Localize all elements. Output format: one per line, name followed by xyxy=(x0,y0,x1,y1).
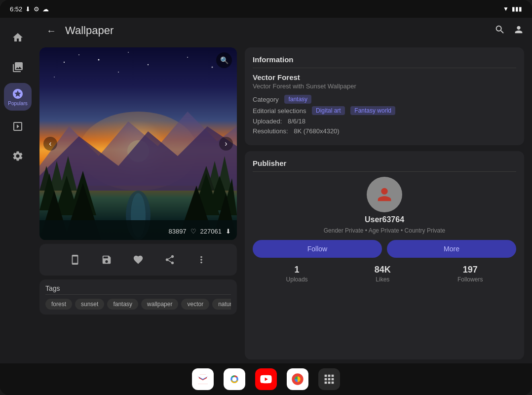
wallpaper-desc: Vector Forest with Sunset Wallpaper xyxy=(253,82,516,90)
top-bar: ← Wallpaper xyxy=(36,18,532,43)
uploads-label: Uploads xyxy=(286,276,308,283)
more-options-button[interactable] xyxy=(191,250,211,270)
prev-button[interactable]: ‹ xyxy=(43,137,57,151)
stat-likes: 84K Likes xyxy=(375,265,391,283)
sidebar-item-settings[interactable] xyxy=(4,142,32,170)
download-icon: ⬇ xyxy=(226,228,231,235)
page-title: Wallpaper xyxy=(65,24,489,37)
uploaded-value: 8/6/18 xyxy=(288,118,305,125)
tag-chip[interactable]: fantasy xyxy=(107,299,138,310)
like-button[interactable] xyxy=(128,250,148,270)
tag-chip[interactable]: vector xyxy=(181,299,209,310)
search-button[interactable] xyxy=(494,24,505,38)
resolution-row: Resolutions: 8K (7680x4320) xyxy=(253,127,516,135)
wallpaper-container: 🔍 ‹ › 83897 ♡ 227061 ⬇ xyxy=(39,47,237,240)
uploads-count: 1 xyxy=(295,265,300,275)
tag-chip[interactable]: wallpaper xyxy=(141,299,178,310)
sidebar-item-populars[interactable]: Populars xyxy=(4,83,32,111)
likes-total: 84K xyxy=(375,265,391,275)
avatar-icon xyxy=(375,185,394,204)
svg-point-8 xyxy=(54,77,55,78)
stars-icon xyxy=(12,88,24,100)
main-area: Populars ← Wallpaper xyxy=(0,18,532,363)
svg-point-6 xyxy=(187,57,188,58)
home-icon xyxy=(12,32,24,43)
wallpaper-name: Vector Forest xyxy=(253,73,516,81)
right-panel: Information Vector Forest Vector Forest … xyxy=(245,47,524,359)
publisher-title: Publisher xyxy=(253,159,516,172)
publisher-profile: User63764 Gender Private • Age Private •… xyxy=(253,177,516,234)
likes-count: 83897 xyxy=(168,228,186,235)
collections-icon xyxy=(12,61,24,73)
tags-row: forestsunsetfantasywallpapervectornature… xyxy=(45,299,231,310)
slideshow-icon xyxy=(12,120,24,132)
populars-label: Populars xyxy=(8,101,27,106)
tag-chip[interactable]: forest xyxy=(45,299,72,310)
sidebar-item-slideshow[interactable] xyxy=(4,113,32,140)
battery-icon: ▮▮▮ xyxy=(512,5,522,12)
svg-point-7 xyxy=(212,67,213,68)
editorial-tag-1[interactable]: Digital art xyxy=(312,106,345,115)
status-bar: 6:52 ⬇ ⚙ ☁ ▼ ▮▮▮ xyxy=(0,0,532,18)
next-button[interactable]: › xyxy=(219,137,233,151)
info-card-title: Information xyxy=(253,55,516,68)
publisher-stats: 1 Uploads 84K Likes 197 Followers xyxy=(253,265,516,283)
svg-point-9 xyxy=(118,72,119,73)
save-button[interactable] xyxy=(97,250,116,270)
back-icon: ← xyxy=(46,25,56,37)
followers-count: 197 xyxy=(463,265,478,275)
back-button[interactable]: ← xyxy=(43,23,59,39)
left-panel: 🔍 ‹ › 83897 ♡ 227061 ⬇ xyxy=(39,47,237,359)
settings-status-icon: ⚙ xyxy=(34,5,39,13)
top-actions xyxy=(494,24,524,38)
app-content: ← Wallpaper xyxy=(36,18,532,363)
apps-icon[interactable] xyxy=(318,368,340,390)
followers-label: Followers xyxy=(457,276,483,283)
download-icon: ⬇ xyxy=(25,5,31,13)
uploaded-row: Uploaded: 8/6/18 xyxy=(253,118,516,125)
category-tag[interactable]: fantasy xyxy=(284,95,311,104)
editorial-label: Editorial selections xyxy=(253,107,306,115)
share-button[interactable] xyxy=(160,250,180,270)
category-row: Category fantasy xyxy=(253,95,516,104)
wallpaper-image xyxy=(39,47,237,240)
resolution-label: Resolutions: xyxy=(253,127,288,135)
editorial-row: Editorial selections Digital art Fantasy… xyxy=(253,106,516,115)
sidebar: Populars xyxy=(0,18,36,363)
tags-section: Tags forestsunsetfantasywallpapervectorn… xyxy=(39,279,237,315)
svg-point-5 xyxy=(148,64,149,65)
chrome-icon[interactable] xyxy=(224,368,245,390)
profile-button[interactable] xyxy=(513,24,524,38)
set-wallpaper-button[interactable] xyxy=(65,250,85,270)
youtube-icon[interactable] xyxy=(255,368,277,390)
svg-point-4 xyxy=(128,52,129,53)
editorial-tag-2[interactable]: Fantasy world xyxy=(350,106,395,115)
svg-point-1 xyxy=(64,62,65,63)
tag-chip[interactable]: sunset xyxy=(75,299,104,310)
publisher-meta: Gender Private • Age Private • Country P… xyxy=(324,227,446,234)
category-label: Category xyxy=(253,96,279,103)
action-bar xyxy=(39,244,237,276)
zoom-button[interactable]: 🔍 xyxy=(216,52,232,68)
follow-button[interactable]: Follow xyxy=(253,240,382,258)
app-dock xyxy=(0,363,532,395)
information-card: Information Vector Forest Vector Forest … xyxy=(245,47,524,145)
settings-icon xyxy=(12,150,24,162)
more-button[interactable]: More xyxy=(387,240,516,258)
status-left: 6:52 ⬇ ⚙ ☁ xyxy=(10,5,49,13)
resolution-value: 8K (7680x4320) xyxy=(294,127,340,135)
publisher-name: User63764 xyxy=(365,215,404,224)
heart-icon: ♡ xyxy=(190,228,196,235)
device-frame: 6:52 ⬇ ⚙ ☁ ▼ ▮▮▮ Populars xyxy=(0,0,532,395)
tag-chip[interactable]: nature xyxy=(212,299,231,310)
publisher-card: Publisher User63764 Gender Private • Age… xyxy=(245,151,524,359)
stat-followers: 197 Followers xyxy=(457,265,483,283)
tags-title: Tags xyxy=(45,284,231,295)
avatar xyxy=(367,177,402,212)
svg-point-2 xyxy=(78,54,79,55)
gmail-icon[interactable] xyxy=(192,368,214,390)
sidebar-item-home[interactable] xyxy=(4,24,32,51)
sidebar-item-collections[interactable] xyxy=(4,53,32,81)
status-right: ▼ ▮▮▮ xyxy=(503,5,522,12)
photos-icon[interactable] xyxy=(287,368,308,390)
